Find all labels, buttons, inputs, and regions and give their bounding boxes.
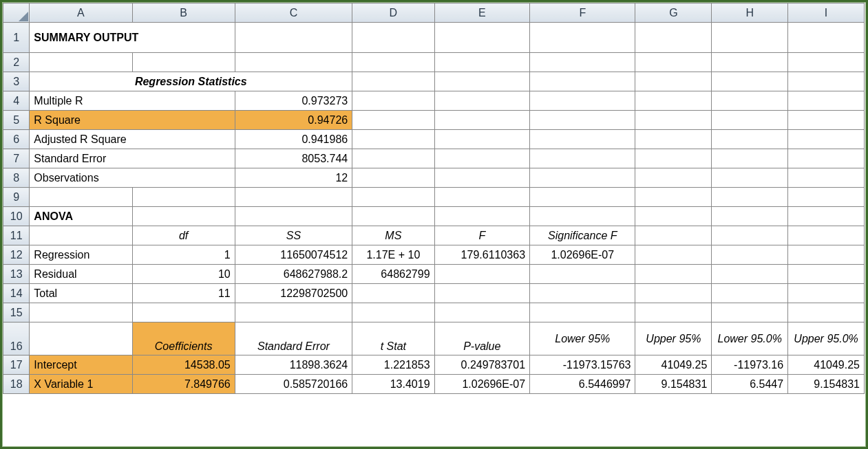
cell-I13[interactable] — [788, 265, 865, 284]
cell-G13[interactable] — [635, 265, 712, 284]
cell-G17[interactable]: 41049.25 — [635, 355, 712, 375]
cell-G1[interactable] — [635, 23, 712, 53]
cell-G9[interactable] — [635, 188, 712, 207]
cell-G4[interactable] — [635, 91, 712, 111]
cell-H1[interactable] — [712, 23, 788, 53]
cell-E14[interactable] — [434, 284, 530, 303]
row-header-4[interactable]: 4 — [3, 91, 30, 111]
col-header-B[interactable]: B — [132, 3, 235, 23]
cell-I11[interactable] — [788, 226, 865, 245]
cell-B14[interactable]: 11 — [132, 284, 235, 303]
cell-D3[interactable] — [352, 72, 434, 91]
cell-A2[interactable] — [30, 53, 132, 72]
cell-G3[interactable] — [635, 72, 712, 91]
cell-H6[interactable] — [712, 130, 788, 149]
row-header-2[interactable]: 2 — [3, 53, 30, 72]
cell-D15[interactable] — [352, 303, 434, 322]
cell-H9[interactable] — [712, 188, 788, 207]
cell-F13[interactable] — [530, 265, 635, 284]
cell-H16[interactable]: Lower 95.0% — [712, 322, 788, 355]
cell-A13[interactable]: Residual — [30, 265, 132, 284]
cell-G16[interactable]: Upper 95% — [635, 322, 712, 355]
cell-B2[interactable] — [132, 53, 235, 72]
row-header-14[interactable]: 14 — [3, 284, 30, 303]
cell-A8[interactable]: Observations — [30, 168, 235, 188]
cell-E1[interactable] — [434, 23, 530, 53]
cell-E4[interactable] — [434, 91, 530, 111]
cell-D5[interactable] — [352, 111, 434, 130]
col-header-E[interactable]: E — [434, 3, 530, 23]
col-header-I[interactable]: I — [788, 3, 865, 23]
col-header-H[interactable]: H — [712, 3, 788, 23]
cell-G2[interactable] — [635, 53, 712, 72]
row-header-8[interactable]: 8 — [3, 168, 30, 188]
row-header-18[interactable]: 18 — [3, 375, 30, 394]
row-header-13[interactable]: 13 — [3, 265, 30, 284]
cell-C11[interactable]: SS — [235, 226, 352, 245]
cell-D13[interactable]: 64862799 — [352, 265, 434, 284]
cell-H14[interactable] — [712, 284, 788, 303]
cell-A18[interactable]: X Variable 1 — [30, 375, 132, 394]
cell-B10[interactable] — [132, 207, 235, 226]
cell-I17[interactable]: 41049.25 — [788, 355, 865, 375]
cell-A10[interactable]: ANOVA — [30, 207, 132, 226]
cell-H7[interactable] — [712, 149, 788, 168]
cell-I16[interactable]: Upper 95.0% — [788, 322, 865, 355]
cell-A3[interactable]: Regression Statistics — [30, 72, 352, 91]
cell-A15[interactable] — [30, 303, 132, 322]
cell-C9[interactable] — [235, 188, 352, 207]
cell-F2[interactable] — [530, 53, 635, 72]
cell-F7[interactable] — [530, 149, 635, 168]
cell-E8[interactable] — [434, 168, 530, 188]
cell-F3[interactable] — [530, 72, 635, 91]
cell-C5[interactable]: 0.94726 — [235, 111, 352, 130]
cell-C6[interactable]: 0.941986 — [235, 130, 352, 149]
col-header-C[interactable]: C — [235, 3, 352, 23]
cell-H8[interactable] — [712, 168, 788, 188]
cell-D6[interactable] — [352, 130, 434, 149]
cell-D4[interactable] — [352, 91, 434, 111]
cell-I9[interactable] — [788, 188, 865, 207]
cell-A9[interactable] — [30, 188, 132, 207]
row-header-10[interactable]: 10 — [3, 207, 30, 226]
select-all-corner[interactable] — [3, 3, 30, 23]
cell-E3[interactable] — [434, 72, 530, 91]
cell-B17[interactable]: 14538.05 — [132, 355, 235, 375]
cell-C7[interactable]: 8053.744 — [235, 149, 352, 168]
cell-F16[interactable]: Lower 95% — [530, 322, 635, 355]
row-header-1[interactable]: 1 — [3, 23, 30, 53]
cell-H11[interactable] — [712, 226, 788, 245]
cell-D7[interactable] — [352, 149, 434, 168]
cell-I3[interactable] — [788, 72, 865, 91]
cell-G14[interactable] — [635, 284, 712, 303]
cell-C8[interactable]: 12 — [235, 168, 352, 188]
cell-B11[interactable]: df — [132, 226, 235, 245]
cell-E13[interactable] — [434, 265, 530, 284]
cell-C13[interactable]: 648627988.2 — [235, 265, 352, 284]
cell-C4[interactable]: 0.973273 — [235, 91, 352, 111]
cell-I10[interactable] — [788, 207, 865, 226]
cell-B13[interactable]: 10 — [132, 265, 235, 284]
cell-D2[interactable] — [352, 53, 434, 72]
cell-A1[interactable]: SUMMARY OUTPUT — [30, 23, 235, 53]
cell-H5[interactable] — [712, 111, 788, 130]
cell-I2[interactable] — [788, 53, 865, 72]
cell-C2[interactable] — [235, 53, 352, 72]
cell-D14[interactable] — [352, 284, 434, 303]
col-header-D[interactable]: D — [352, 3, 434, 23]
cell-I18[interactable]: 9.154831 — [788, 375, 865, 394]
cell-C16[interactable]: Standard Error — [235, 322, 352, 355]
cell-D8[interactable] — [352, 168, 434, 188]
cell-F12[interactable]: 1.02696E-07 — [530, 245, 635, 265]
cell-A6[interactable]: Adjusted R Square — [30, 130, 235, 149]
cell-G8[interactable] — [635, 168, 712, 188]
cell-A7[interactable]: Standard Error — [30, 149, 235, 168]
cell-G12[interactable] — [635, 245, 712, 265]
cell-G6[interactable] — [635, 130, 712, 149]
cell-C18[interactable]: 0.585720166 — [235, 375, 352, 394]
spreadsheet-grid[interactable]: A B C D E F G H I 1 SUMMARY OUTPUT 2 3 — [3, 3, 865, 394]
cell-A14[interactable]: Total — [30, 284, 132, 303]
cell-H10[interactable] — [712, 207, 788, 226]
cell-I6[interactable] — [788, 130, 865, 149]
cell-C12[interactable]: 11650074512 — [235, 245, 352, 265]
